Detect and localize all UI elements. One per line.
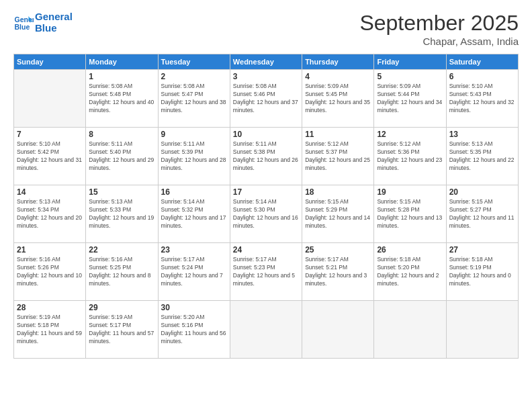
day-number: 20 [449,187,515,197]
day-number: 30 [161,303,227,312]
day-info: Sunrise: 5:13 AMSunset: 5:33 PMDaylight:… [89,198,154,230]
day-number: 25 [305,245,371,255]
day-info: Sunrise: 5:08 AMSunset: 5:47 PMDaylight:… [161,83,227,115]
day-number: 22 [89,245,154,255]
weekday-header-monday: Monday [86,54,158,70]
day-info: Sunrise: 5:15 AMSunset: 5:29 PMDaylight:… [305,198,371,230]
day-info: Sunrise: 5:08 AMSunset: 5:46 PMDaylight:… [233,83,299,115]
day-number: 5 [377,72,443,81]
calendar-cell: 2Sunrise: 5:08 AMSunset: 5:47 PMDaylight… [158,70,230,128]
calendar-cell: 22Sunrise: 5:16 AMSunset: 5:25 PMDayligh… [86,243,158,301]
day-info: Sunrise: 5:18 AMSunset: 5:19 PMDaylight:… [449,256,515,288]
calendar-cell: 25Sunrise: 5:17 AMSunset: 5:21 PMDayligh… [302,243,374,301]
day-info: Sunrise: 5:14 AMSunset: 5:32 PMDaylight:… [161,198,227,230]
month-title: September 2025 [359,11,519,36]
week-row-3: 14Sunrise: 5:13 AMSunset: 5:34 PMDayligh… [14,185,519,243]
day-info: Sunrise: 5:17 AMSunset: 5:23 PMDaylight:… [233,256,299,288]
calendar-cell: 29Sunrise: 5:19 AMSunset: 5:17 PMDayligh… [86,301,158,359]
page-header: General Blue General Blue September 2025… [13,11,519,47]
calendar-cell: 20Sunrise: 5:15 AMSunset: 5:27 PMDayligh… [446,185,518,243]
calendar-cell [374,301,446,359]
day-info: Sunrise: 5:09 AMSunset: 5:44 PMDaylight:… [377,83,443,115]
calendar-cell: 1Sunrise: 5:08 AMSunset: 5:48 PMDaylight… [86,70,158,128]
calendar-table: SundayMondayTuesdayWednesdayThursdayFrid… [13,54,519,359]
day-number: 2 [161,72,227,81]
day-number: 13 [449,130,515,139]
day-info: Sunrise: 5:15 AMSunset: 5:27 PMDaylight:… [449,198,515,230]
day-info: Sunrise: 5:14 AMSunset: 5:30 PMDaylight:… [233,198,299,230]
day-info: Sunrise: 5:16 AMSunset: 5:26 PMDaylight:… [17,256,83,288]
day-info: Sunrise: 5:19 AMSunset: 5:17 PMDaylight:… [89,314,154,346]
calendar-cell: 11Sunrise: 5:12 AMSunset: 5:37 PMDayligh… [302,128,374,185]
day-number: 26 [377,245,443,255]
calendar-cell: 9Sunrise: 5:11 AMSunset: 5:39 PMDaylight… [158,128,230,185]
calendar-cell: 6Sunrise: 5:10 AMSunset: 5:43 PMDaylight… [446,70,518,128]
week-row-5: 28Sunrise: 5:19 AMSunset: 5:18 PMDayligh… [14,301,519,359]
logo-line1: General [35,11,73,22]
day-number: 28 [17,303,83,312]
calendar-cell: 19Sunrise: 5:15 AMSunset: 5:28 PMDayligh… [374,185,446,243]
day-number: 29 [89,303,154,312]
day-info: Sunrise: 5:16 AMSunset: 5:25 PMDaylight:… [89,256,154,288]
calendar-cell: 16Sunrise: 5:14 AMSunset: 5:32 PMDayligh… [158,185,230,243]
day-number: 6 [449,72,515,81]
calendar-cell: 17Sunrise: 5:14 AMSunset: 5:30 PMDayligh… [230,185,302,243]
day-info: Sunrise: 5:15 AMSunset: 5:28 PMDaylight:… [377,198,443,230]
day-number: 7 [17,130,83,139]
calendar-cell: 23Sunrise: 5:17 AMSunset: 5:24 PMDayligh… [158,243,230,301]
day-info: Sunrise: 5:11 AMSunset: 5:38 PMDaylight:… [233,140,299,173]
calendar-cell [230,301,302,359]
day-info: Sunrise: 5:19 AMSunset: 5:18 PMDaylight:… [17,314,83,346]
day-info: Sunrise: 5:13 AMSunset: 5:34 PMDaylight:… [17,198,83,230]
week-row-4: 21Sunrise: 5:16 AMSunset: 5:26 PMDayligh… [14,243,519,301]
day-info: Sunrise: 5:20 AMSunset: 5:16 PMDaylight:… [161,314,227,346]
week-row-1: 1Sunrise: 5:08 AMSunset: 5:48 PMDaylight… [14,70,519,128]
calendar-cell: 5Sunrise: 5:09 AMSunset: 5:44 PMDaylight… [374,70,446,128]
logo: General Blue General Blue [13,11,73,34]
calendar-cell [14,70,86,128]
weekday-header-thursday: Thursday [302,54,374,70]
calendar-cell: 3Sunrise: 5:08 AMSunset: 5:46 PMDaylight… [230,70,302,128]
weekday-header-saturday: Saturday [446,54,518,70]
calendar-cell: 10Sunrise: 5:11 AMSunset: 5:38 PMDayligh… [230,128,302,185]
calendar-cell: 27Sunrise: 5:18 AMSunset: 5:19 PMDayligh… [446,243,518,301]
day-info: Sunrise: 5:18 AMSunset: 5:20 PMDaylight:… [377,256,443,288]
weekday-header-row: SundayMondayTuesdayWednesdayThursdayFrid… [14,54,519,70]
day-info: Sunrise: 5:12 AMSunset: 5:36 PMDaylight:… [377,140,443,173]
calendar-cell: 15Sunrise: 5:13 AMSunset: 5:33 PMDayligh… [86,185,158,243]
day-number: 16 [161,187,227,197]
weekday-header-friday: Friday [374,54,446,70]
location-subtitle: Chapar, Assam, India [359,36,519,47]
day-info: Sunrise: 5:11 AMSunset: 5:40 PMDaylight:… [89,140,154,173]
title-area: September 2025 Chapar, Assam, India [359,11,519,47]
day-info: Sunrise: 5:10 AMSunset: 5:43 PMDaylight:… [449,83,515,115]
calendar-cell: 13Sunrise: 5:13 AMSunset: 5:35 PMDayligh… [446,128,518,185]
day-number: 14 [17,187,83,197]
day-number: 15 [89,187,154,197]
weekday-header-wednesday: Wednesday [230,54,302,70]
day-number: 27 [449,245,515,255]
day-info: Sunrise: 5:09 AMSunset: 5:45 PMDaylight:… [305,83,371,115]
calendar-cell: 18Sunrise: 5:15 AMSunset: 5:29 PMDayligh… [302,185,374,243]
calendar-cell: 14Sunrise: 5:13 AMSunset: 5:34 PMDayligh… [14,185,86,243]
day-number: 24 [233,245,299,255]
weekday-header-tuesday: Tuesday [158,54,230,70]
calendar-cell: 4Sunrise: 5:09 AMSunset: 5:45 PMDaylight… [302,70,374,128]
day-info: Sunrise: 5:10 AMSunset: 5:42 PMDaylight:… [17,140,83,173]
svg-text:Blue: Blue [15,23,30,31]
day-info: Sunrise: 5:13 AMSunset: 5:35 PMDaylight:… [449,140,515,173]
calendar-cell: 12Sunrise: 5:12 AMSunset: 5:36 PMDayligh… [374,128,446,185]
calendar-cell: 7Sunrise: 5:10 AMSunset: 5:42 PMDaylight… [14,128,86,185]
day-number: 3 [233,72,299,81]
day-info: Sunrise: 5:17 AMSunset: 5:21 PMDaylight:… [305,256,371,288]
day-info: Sunrise: 5:12 AMSunset: 5:37 PMDaylight:… [305,140,371,173]
weekday-header-sunday: Sunday [14,54,86,70]
calendar-cell: 30Sunrise: 5:20 AMSunset: 5:16 PMDayligh… [158,301,230,359]
calendar-cell: 21Sunrise: 5:16 AMSunset: 5:26 PMDayligh… [14,243,86,301]
logo-line2: Blue [35,22,73,34]
day-number: 19 [377,187,443,197]
calendar-cell: 24Sunrise: 5:17 AMSunset: 5:23 PMDayligh… [230,243,302,301]
day-number: 17 [233,187,299,197]
logo-icon: General Blue [13,12,34,32]
day-info: Sunrise: 5:17 AMSunset: 5:24 PMDaylight:… [161,256,227,288]
